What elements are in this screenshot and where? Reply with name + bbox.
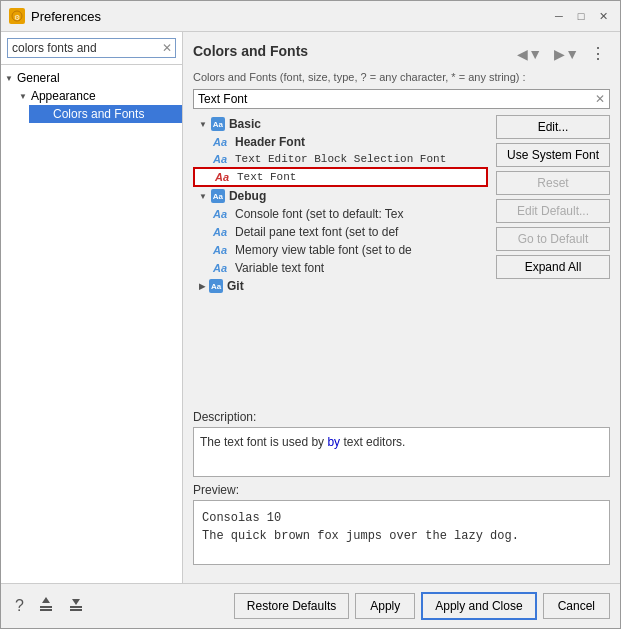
expand-all-button[interactable]: Expand All: [496, 255, 610, 279]
svg-text:⚙: ⚙: [14, 14, 20, 21]
list-with-buttons: ▼ Aa Basic Aa Header Font Aa Text Edit: [193, 115, 610, 404]
restore-defaults-button[interactable]: Restore Defaults: [234, 593, 349, 619]
description-box: Description: The text font is used by by…: [193, 410, 610, 477]
content-area: ✕ ▼ General ▼ Appearance: [1, 32, 620, 583]
preview-line-2: The quick brown fox jumps over the lazy …: [202, 527, 601, 545]
list-item-header-font[interactable]: Aa Header Font: [193, 133, 488, 151]
bottom-right: Restore Defaults Apply Apply and Close C…: [234, 592, 610, 620]
list-item-detail-pane[interactable]: Aa Detail pane text font (set to def: [193, 223, 488, 241]
cancel-button[interactable]: Cancel: [543, 593, 610, 619]
sidebar-item-colors-and-fonts[interactable]: Colors and Fonts: [29, 105, 182, 123]
close-button[interactable]: ✕: [594, 7, 612, 25]
expand-triangle-appearance: ▼: [19, 92, 27, 101]
nav-buttons: ◀▼ ▶▼ ⋮: [512, 42, 610, 65]
apply-and-close-button[interactable]: Apply and Close: [421, 592, 536, 620]
preview-line-1: Consolas 10: [202, 509, 601, 527]
reset-button[interactable]: Reset: [496, 171, 610, 195]
list-item-memory-view[interactable]: Aa Memory view table font (set to de: [193, 241, 488, 259]
edit-button[interactable]: Edit...: [496, 115, 610, 139]
preview-label: Preview:: [193, 483, 610, 497]
section-debug-expand-icon: ▼: [199, 192, 207, 201]
panel-top-bar: Colors and Fonts ◀▼ ▶▼ ⋮: [193, 42, 610, 65]
section-debug-label: Debug: [229, 189, 266, 203]
font-list[interactable]: ▼ Aa Basic Aa Header Font Aa Text Edit: [193, 115, 488, 300]
search-clear-button[interactable]: ✕: [162, 41, 172, 55]
section-basic-icon: Aa: [211, 117, 225, 131]
variable-text-label: Variable text font: [235, 261, 324, 275]
apply-button[interactable]: Apply: [355, 593, 415, 619]
aa-icon-text-font: Aa: [215, 171, 233, 183]
svg-marker-4: [42, 597, 50, 603]
expand-triangle-general: ▼: [5, 74, 13, 83]
hint-text: Colors and Fonts (font, size, type, ? = …: [193, 71, 610, 83]
section-git-expand-icon: ▶: [199, 282, 205, 291]
description-label: Description:: [193, 410, 610, 424]
svg-marker-7: [72, 599, 80, 605]
preview-box: Preview: Consolas 10 The quick brown fox…: [193, 483, 610, 565]
sidebar-item-general[interactable]: ▼ General: [1, 69, 182, 87]
section-basic-label: Basic: [229, 117, 261, 131]
aa-icon-variable: Aa: [213, 262, 231, 274]
search-input-wrap: ✕: [7, 38, 176, 58]
list-item-variable-text[interactable]: Aa Variable text font: [193, 259, 488, 277]
text-editor-label: Text Editor Block Selection Font: [235, 153, 446, 165]
title-bar-left: ⚙ Preferences: [9, 8, 101, 24]
sidebar: ✕ ▼ General ▼ Appearance: [1, 32, 183, 583]
main-panel: Colors and Fonts ◀▼ ▶▼ ⋮ Colors and Font…: [183, 32, 620, 583]
filter-input-wrap: ✕: [193, 89, 610, 109]
go-to-default-button[interactable]: Go to Default: [496, 227, 610, 251]
aa-icon-memory: Aa: [213, 244, 231, 256]
console-font-label: Console font (set to default: Tex: [235, 207, 404, 221]
aa-icon-detail: Aa: [213, 226, 231, 238]
appearance-label: Appearance: [31, 89, 96, 103]
description-text: The text font is used by by text editors…: [193, 427, 610, 477]
sidebar-tree: ▼ General ▼ Appearance Colors and Fonts: [1, 65, 182, 583]
window-controls: ─ □ ✕: [550, 7, 612, 25]
section-debug-icon: Aa: [211, 189, 225, 203]
list-item-text-editor-block[interactable]: Aa Text Editor Block Selection Font: [193, 151, 488, 167]
filter-row: ✕: [193, 89, 610, 109]
section-basic-header[interactable]: ▼ Aa Basic: [193, 115, 488, 133]
svg-rect-3: [40, 609, 52, 611]
panel-title: Colors and Fonts: [193, 43, 308, 59]
title-bar: ⚙ Preferences ─ □ ✕: [1, 1, 620, 32]
right-action-buttons: Edit... Use System Font Reset Edit Defau…: [496, 115, 610, 404]
forward-button[interactable]: ▶▼: [549, 43, 584, 65]
list-item-text-font[interactable]: Aa Text Font: [193, 167, 488, 187]
svg-rect-2: [40, 606, 52, 608]
section-git-label: Git: [227, 279, 244, 293]
app-icon: ⚙: [9, 8, 25, 24]
filter-input[interactable]: [198, 92, 595, 106]
use-system-font-button[interactable]: Use System Font: [496, 143, 610, 167]
main-content: Colors and Fonts ◀▼ ▶▼ ⋮ Colors and Font…: [193, 42, 610, 573]
preferences-window: ⚙ Preferences ─ □ ✕ ✕ ▼ Gen: [0, 0, 621, 629]
aa-icon-header-font: Aa: [213, 136, 231, 148]
edit-default-button[interactable]: Edit Default...: [496, 199, 610, 223]
bottom-bar: ? Restore Defaults Apply Apply and Close…: [1, 583, 620, 628]
search-input[interactable]: [12, 41, 162, 55]
memory-view-label: Memory view table font (set to de: [235, 243, 412, 257]
back-button[interactable]: ◀▼: [512, 43, 547, 65]
bottom-left: ?: [11, 594, 88, 618]
filter-clear-button[interactable]: ✕: [595, 92, 605, 106]
menu-button[interactable]: ⋮: [586, 42, 610, 65]
aa-icon-console: Aa: [213, 208, 231, 220]
colors-and-fonts-label: Colors and Fonts: [53, 107, 144, 121]
sidebar-item-appearance[interactable]: ▼ Appearance: [15, 87, 182, 105]
export-button[interactable]: [34, 594, 58, 618]
maximize-button[interactable]: □: [572, 7, 590, 25]
description-content: The text font is used by by text editors…: [200, 435, 405, 449]
section-git-header[interactable]: ▶ Aa Git: [193, 277, 488, 295]
minimize-button[interactable]: ─: [550, 7, 568, 25]
text-font-label: Text Font: [237, 171, 296, 183]
list-item-console-font[interactable]: Aa Console font (set to default: Tex: [193, 205, 488, 223]
svg-rect-6: [70, 609, 82, 611]
section-git-icon: Aa: [209, 279, 223, 293]
section-expand-icon: ▼: [199, 120, 207, 129]
help-button[interactable]: ?: [11, 595, 28, 617]
description-by-highlight: by: [327, 435, 340, 449]
general-label: General: [17, 71, 60, 85]
import-button[interactable]: [64, 594, 88, 618]
window-title: Preferences: [31, 9, 101, 24]
section-debug-header[interactable]: ▼ Aa Debug: [193, 187, 488, 205]
